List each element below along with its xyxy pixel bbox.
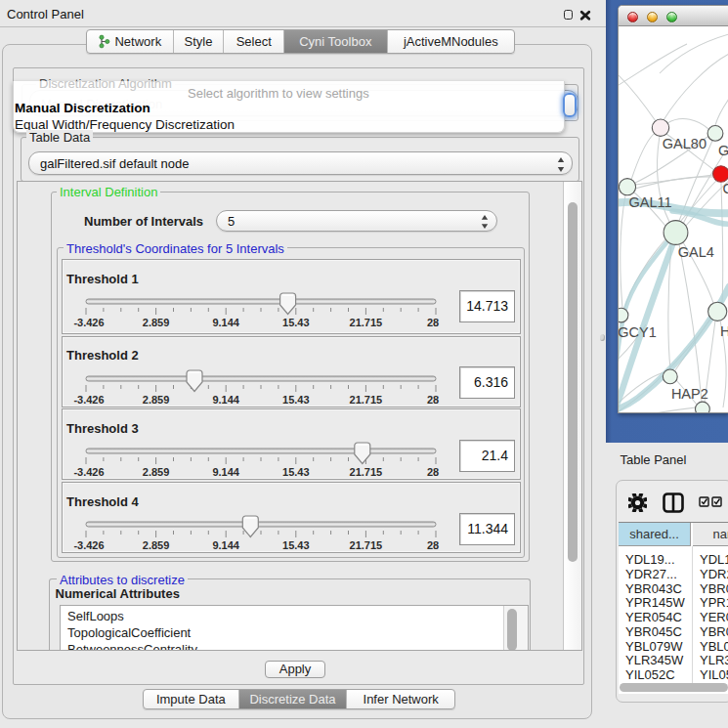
svg-text:GAL80: GAL80 bbox=[663, 136, 707, 151]
svg-text:HAP2: HAP2 bbox=[671, 386, 708, 402]
svg-text:GCY1: GCY1 bbox=[619, 324, 657, 340]
svg-text:GAL11: GAL11 bbox=[629, 194, 672, 210]
svg-text:GAL7: GAL7 bbox=[718, 143, 728, 158]
svg-text:GAL4: GAL4 bbox=[678, 244, 714, 260]
svg-text:HIS4: HIS4 bbox=[720, 323, 728, 339]
svg-text:GAL1: GAL1 bbox=[723, 181, 728, 196]
